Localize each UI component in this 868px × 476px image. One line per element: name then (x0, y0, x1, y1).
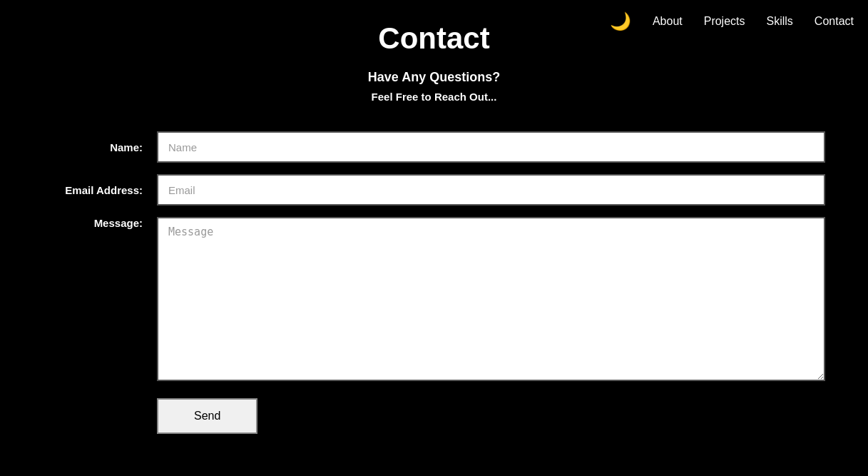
message-label: Message: (43, 217, 157, 229)
name-label: Name: (43, 141, 157, 153)
page-title: Contact (378, 21, 489, 56)
send-button-row: Send (157, 398, 825, 434)
email-label: Email Address: (43, 184, 157, 196)
moon-icon[interactable]: 🌙 (610, 11, 631, 31)
message-row: Message: (43, 217, 825, 381)
send-button[interactable]: Send (157, 398, 257, 434)
name-row: Name: (43, 131, 825, 163)
name-input[interactable] (157, 131, 825, 163)
main-content: Contact Have Any Questions? Feel Free to… (0, 0, 868, 434)
navigation: 🌙 About Projects Skills Contact (596, 0, 868, 43)
nav-link-projects[interactable]: Projects (704, 15, 745, 28)
email-row: Email Address: (43, 174, 825, 206)
page-subtitle: Have Any Questions? (368, 70, 500, 85)
page-tagline: Feel Free to Reach Out... (372, 91, 497, 103)
email-input[interactable] (157, 174, 825, 206)
message-textarea[interactable] (157, 217, 825, 381)
nav-link-skills[interactable]: Skills (767, 15, 793, 28)
nav-link-contact[interactable]: Contact (815, 15, 854, 28)
contact-form: Name: Email Address: Message: Send (0, 131, 868, 434)
nav-link-about[interactable]: About (653, 15, 683, 28)
